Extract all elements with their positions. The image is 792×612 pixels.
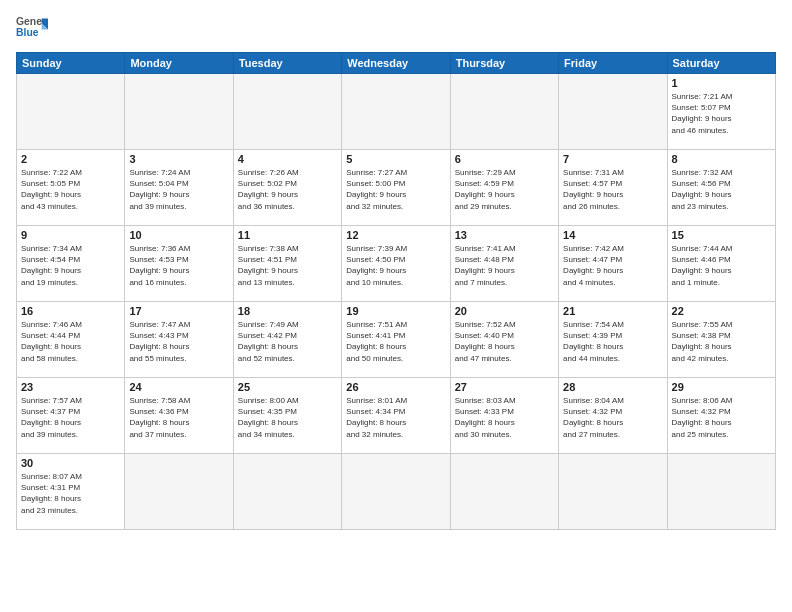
calendar-cell	[667, 454, 775, 530]
day-number: 26	[346, 381, 445, 393]
calendar-cell	[450, 74, 558, 150]
day-info: Sunrise: 7:47 AMSunset: 4:43 PMDaylight:…	[129, 320, 190, 363]
day-number: 21	[563, 305, 662, 317]
day-info: Sunrise: 7:39 AMSunset: 4:50 PMDaylight:…	[346, 244, 407, 287]
calendar-cell: 23Sunrise: 7:57 AMSunset: 4:37 PMDayligh…	[17, 378, 125, 454]
calendar-cell: 12Sunrise: 7:39 AMSunset: 4:50 PMDayligh…	[342, 226, 450, 302]
calendar-cell: 16Sunrise: 7:46 AMSunset: 4:44 PMDayligh…	[17, 302, 125, 378]
calendar-row: 9Sunrise: 7:34 AMSunset: 4:54 PMDaylight…	[17, 226, 776, 302]
calendar-cell: 14Sunrise: 7:42 AMSunset: 4:47 PMDayligh…	[559, 226, 667, 302]
calendar-cell	[233, 74, 341, 150]
day-info: Sunrise: 8:01 AMSunset: 4:34 PMDaylight:…	[346, 396, 407, 439]
calendar-cell: 1Sunrise: 7:21 AMSunset: 5:07 PMDaylight…	[667, 74, 775, 150]
day-info: Sunrise: 7:32 AMSunset: 4:56 PMDaylight:…	[672, 168, 733, 211]
day-number: 3	[129, 153, 228, 165]
calendar-cell: 28Sunrise: 8:04 AMSunset: 4:32 PMDayligh…	[559, 378, 667, 454]
calendar-cell: 30Sunrise: 8:07 AMSunset: 4:31 PMDayligh…	[17, 454, 125, 530]
header-friday: Friday	[559, 53, 667, 74]
calendar-cell: 7Sunrise: 7:31 AMSunset: 4:57 PMDaylight…	[559, 150, 667, 226]
header-tuesday: Tuesday	[233, 53, 341, 74]
header-thursday: Thursday	[450, 53, 558, 74]
day-info: Sunrise: 8:06 AMSunset: 4:32 PMDaylight:…	[672, 396, 733, 439]
day-info: Sunrise: 7:54 AMSunset: 4:39 PMDaylight:…	[563, 320, 624, 363]
calendar-cell	[342, 74, 450, 150]
day-number: 24	[129, 381, 228, 393]
calendar-cell: 6Sunrise: 7:29 AMSunset: 4:59 PMDaylight…	[450, 150, 558, 226]
calendar-cell	[125, 454, 233, 530]
calendar-cell: 24Sunrise: 7:58 AMSunset: 4:36 PMDayligh…	[125, 378, 233, 454]
day-number: 17	[129, 305, 228, 317]
day-number: 15	[672, 229, 771, 241]
day-number: 28	[563, 381, 662, 393]
day-number: 14	[563, 229, 662, 241]
day-number: 8	[672, 153, 771, 165]
day-number: 13	[455, 229, 554, 241]
day-number: 25	[238, 381, 337, 393]
day-number: 2	[21, 153, 120, 165]
calendar-cell: 2Sunrise: 7:22 AMSunset: 5:05 PMDaylight…	[17, 150, 125, 226]
day-info: Sunrise: 7:49 AMSunset: 4:42 PMDaylight:…	[238, 320, 299, 363]
generalblue-icon: General Blue	[16, 12, 48, 44]
calendar-cell: 15Sunrise: 7:44 AMSunset: 4:46 PMDayligh…	[667, 226, 775, 302]
day-number: 18	[238, 305, 337, 317]
day-info: Sunrise: 7:44 AMSunset: 4:46 PMDaylight:…	[672, 244, 733, 287]
day-number: 27	[455, 381, 554, 393]
header-wednesday: Wednesday	[342, 53, 450, 74]
logo: General Blue	[16, 12, 48, 44]
day-info: Sunrise: 7:27 AMSunset: 5:00 PMDaylight:…	[346, 168, 407, 211]
day-info: Sunrise: 7:26 AMSunset: 5:02 PMDaylight:…	[238, 168, 299, 211]
day-number: 23	[21, 381, 120, 393]
calendar-cell: 10Sunrise: 7:36 AMSunset: 4:53 PMDayligh…	[125, 226, 233, 302]
day-info: Sunrise: 8:03 AMSunset: 4:33 PMDaylight:…	[455, 396, 516, 439]
day-number: 30	[21, 457, 120, 469]
day-info: Sunrise: 7:46 AMSunset: 4:44 PMDaylight:…	[21, 320, 82, 363]
day-number: 1	[672, 77, 771, 89]
day-number: 11	[238, 229, 337, 241]
day-info: Sunrise: 8:04 AMSunset: 4:32 PMDaylight:…	[563, 396, 624, 439]
day-info: Sunrise: 7:31 AMSunset: 4:57 PMDaylight:…	[563, 168, 624, 211]
day-info: Sunrise: 7:41 AMSunset: 4:48 PMDaylight:…	[455, 244, 516, 287]
calendar-cell: 17Sunrise: 7:47 AMSunset: 4:43 PMDayligh…	[125, 302, 233, 378]
day-number: 29	[672, 381, 771, 393]
calendar-cell	[17, 74, 125, 150]
calendar-cell: 19Sunrise: 7:51 AMSunset: 4:41 PMDayligh…	[342, 302, 450, 378]
day-number: 19	[346, 305, 445, 317]
day-info: Sunrise: 7:42 AMSunset: 4:47 PMDaylight:…	[563, 244, 624, 287]
day-info: Sunrise: 7:29 AMSunset: 4:59 PMDaylight:…	[455, 168, 516, 211]
calendar-row: 23Sunrise: 7:57 AMSunset: 4:37 PMDayligh…	[17, 378, 776, 454]
day-info: Sunrise: 7:24 AMSunset: 5:04 PMDaylight:…	[129, 168, 190, 211]
day-number: 5	[346, 153, 445, 165]
day-number: 16	[21, 305, 120, 317]
calendar-row: 16Sunrise: 7:46 AMSunset: 4:44 PMDayligh…	[17, 302, 776, 378]
calendar-cell	[342, 454, 450, 530]
day-info: Sunrise: 8:00 AMSunset: 4:35 PMDaylight:…	[238, 396, 299, 439]
day-number: 7	[563, 153, 662, 165]
day-info: Sunrise: 7:38 AMSunset: 4:51 PMDaylight:…	[238, 244, 299, 287]
calendar-cell: 5Sunrise: 7:27 AMSunset: 5:00 PMDaylight…	[342, 150, 450, 226]
svg-text:Blue: Blue	[16, 27, 39, 38]
day-info: Sunrise: 7:57 AMSunset: 4:37 PMDaylight:…	[21, 396, 82, 439]
day-number: 20	[455, 305, 554, 317]
day-number: 10	[129, 229, 228, 241]
calendar-cell: 20Sunrise: 7:52 AMSunset: 4:40 PMDayligh…	[450, 302, 558, 378]
day-info: Sunrise: 7:58 AMSunset: 4:36 PMDaylight:…	[129, 396, 190, 439]
calendar: Sunday Monday Tuesday Wednesday Thursday…	[16, 52, 776, 530]
calendar-row: 1Sunrise: 7:21 AMSunset: 5:07 PMDaylight…	[17, 74, 776, 150]
calendar-row: 2Sunrise: 7:22 AMSunset: 5:05 PMDaylight…	[17, 150, 776, 226]
calendar-cell: 21Sunrise: 7:54 AMSunset: 4:39 PMDayligh…	[559, 302, 667, 378]
day-info: Sunrise: 7:52 AMSunset: 4:40 PMDaylight:…	[455, 320, 516, 363]
calendar-cell	[125, 74, 233, 150]
day-number: 4	[238, 153, 337, 165]
page: General Blue Sunday Monday Tuesday Wedne…	[0, 0, 792, 612]
calendar-cell: 18Sunrise: 7:49 AMSunset: 4:42 PMDayligh…	[233, 302, 341, 378]
day-info: Sunrise: 7:36 AMSunset: 4:53 PMDaylight:…	[129, 244, 190, 287]
calendar-row: 30Sunrise: 8:07 AMSunset: 4:31 PMDayligh…	[17, 454, 776, 530]
calendar-cell	[559, 454, 667, 530]
day-number: 22	[672, 305, 771, 317]
day-number: 12	[346, 229, 445, 241]
calendar-cell: 26Sunrise: 8:01 AMSunset: 4:34 PMDayligh…	[342, 378, 450, 454]
calendar-cell	[450, 454, 558, 530]
header: General Blue	[16, 12, 776, 44]
day-info: Sunrise: 7:34 AMSunset: 4:54 PMDaylight:…	[21, 244, 82, 287]
calendar-cell: 27Sunrise: 8:03 AMSunset: 4:33 PMDayligh…	[450, 378, 558, 454]
